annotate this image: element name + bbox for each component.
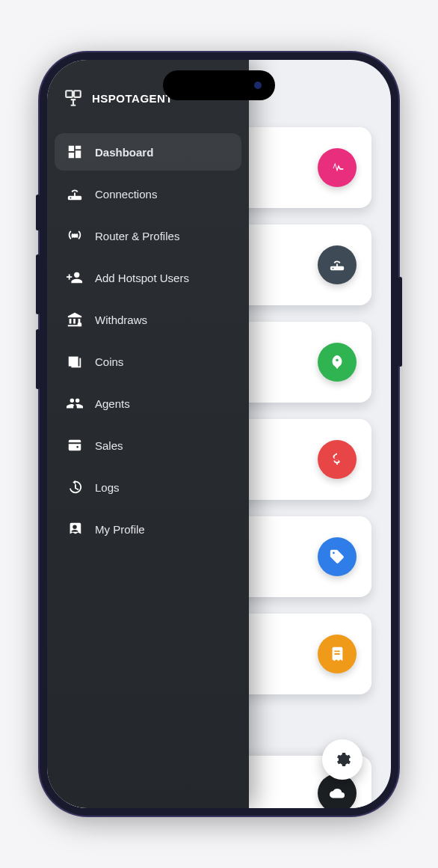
nav-label: My Profile	[95, 523, 145, 536]
rocket-icon	[318, 343, 357, 382]
nav-label: Connections	[95, 188, 157, 201]
phone-frame: HSPOTAGENT Dashboard Connections	[40, 52, 398, 816]
nav-label: Sales	[95, 439, 123, 452]
nav-item-add-hotspot-users[interactable]: Add Hotspot Users	[55, 259, 241, 296]
wallet-icon	[67, 437, 83, 453]
nav-item-logs[interactable]: Logs	[55, 468, 241, 506]
dynamic-island	[163, 70, 275, 100]
nav-label: Add Hotspot Users	[95, 272, 189, 284]
broadcast-icon	[67, 227, 83, 244]
svg-rect-0	[66, 91, 73, 97]
svg-point-2	[78, 323, 82, 327]
svg-rect-1	[74, 91, 81, 97]
tag-icon	[318, 537, 357, 576]
bank-icon	[67, 311, 83, 328]
people-icon	[67, 395, 83, 412]
nav-label: Agents	[95, 397, 130, 410]
nav-item-coins[interactable]: Coins	[55, 343, 241, 380]
phone-screen: HSPOTAGENT Dashboard Connections	[47, 60, 391, 808]
nav-item-router-profiles[interactable]: Router & Profiles	[55, 217, 241, 254]
coins-icon	[67, 353, 83, 370]
nav-label: Router & Profiles	[95, 230, 179, 242]
nav-item-connections[interactable]: Connections	[55, 175, 241, 213]
brand-title: HSPOTAGENT	[92, 92, 173, 105]
nav-item-my-profile[interactable]: My Profile	[55, 510, 241, 548]
nav-label: Coins	[95, 355, 123, 368]
settings-fab[interactable]	[322, 739, 363, 780]
nav-label: Withdraws	[95, 314, 147, 326]
history-icon	[67, 479, 83, 495]
nav-item-agents[interactable]: Agents	[55, 385, 241, 422]
power-button	[398, 277, 402, 367]
nav-label: Dashboard	[95, 146, 153, 159]
nav-list: Dashboard Connections Router & Profiles	[47, 129, 249, 557]
router-icon	[318, 245, 357, 284]
brand-icon	[64, 88, 83, 108]
side-button	[36, 195, 40, 230]
badge-icon	[67, 521, 83, 537]
volume-down-button	[36, 329, 40, 389]
nav-item-sales[interactable]: Sales	[55, 427, 241, 464]
router-icon	[67, 186, 83, 202]
gear-icon	[333, 751, 351, 768]
dollar-icon	[318, 440, 357, 479]
nav-label: Logs	[95, 481, 120, 494]
nav-item-withdraws[interactable]: Withdraws	[55, 301, 241, 338]
receipt-icon	[318, 635, 357, 673]
person-add-icon	[67, 269, 83, 286]
nav-item-dashboard[interactable]: Dashboard	[55, 133, 241, 171]
navigation-drawer: HSPOTAGENT Dashboard Connections	[47, 60, 249, 808]
volume-up-button	[36, 254, 40, 314]
heartbeat-icon	[318, 148, 357, 187]
dashboard-icon	[67, 144, 83, 160]
